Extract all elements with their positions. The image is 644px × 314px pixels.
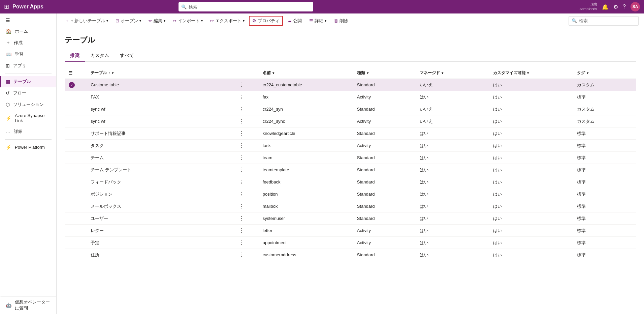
row-context-menu-1[interactable]: ⋮ [237, 94, 246, 100]
table-row[interactable]: 住所 ⋮ customeraddress Standard はい はい 標準 [65, 249, 636, 261]
row-context-menu-10[interactable]: ⋮ [237, 203, 246, 209]
row-context-menu-6[interactable]: ⋮ [237, 155, 246, 161]
sidebar-menu-toggle[interactable]: ☰ [0, 15, 56, 26]
sidebar-item-flows[interactable]: ↺ フロー [0, 87, 56, 99]
table-row[interactable]: レター ⋮ letter Activity はい はい 標準 [65, 225, 636, 237]
row-context-menu-9[interactable]: ⋮ [237, 191, 246, 197]
sidebar-item-azure-synapse[interactable]: ⚡ Azure Synapse Link [0, 110, 56, 126]
table-row[interactable]: 予定 ⋮ appointment Activity はい はい 標準 [65, 237, 636, 249]
table-row[interactable]: チーム テンプレート ⋮ teamtemplate Standard はい はい… [65, 164, 636, 176]
row-type-5: Activity [353, 140, 416, 152]
details-toolbar-button[interactable]: ☰ 詳細 ▾ [306, 16, 329, 26]
table-row[interactable]: メールボックス ⋮ mailbox Standard はい はい 標準 [65, 200, 636, 212]
tab-custom[interactable]: カスタム [85, 51, 115, 62]
th-type[interactable]: 種類 ▾ [353, 67, 416, 79]
th-checkbox[interactable]: ☰ [65, 67, 87, 79]
row-dots-5[interactable]: ⋮ [233, 140, 259, 152]
sidebar-item-learn[interactable]: 📖 学習 [0, 49, 56, 60]
tab-recommended[interactable]: 推奨 [65, 51, 85, 62]
row-check-7[interactable] [65, 164, 87, 176]
row-check-8[interactable] [65, 176, 87, 188]
properties-button[interactable]: ⚙ プロパティ [249, 16, 283, 26]
notification-icon[interactable]: 🔔 [602, 4, 609, 10]
sidebar-item-details[interactable]: … 詳細 [0, 126, 56, 137]
row-dots-12[interactable]: ⋮ [233, 225, 259, 237]
row-dots-3[interactable]: ⋮ [233, 115, 259, 127]
row-check-3[interactable] [65, 115, 87, 127]
topbar-search-input[interactable] [189, 4, 311, 9]
row-dots-10[interactable]: ⋮ [233, 200, 259, 212]
import-button[interactable]: ↦ インポート ▾ [170, 16, 206, 26]
row-context-menu-12[interactable]: ⋮ [237, 228, 246, 233]
row-dots-0[interactable]: ⋮ [233, 79, 259, 91]
row-check-2[interactable] [65, 103, 87, 115]
row-check-6[interactable] [65, 152, 87, 164]
sidebar-item-home[interactable]: 🏠 ホーム [0, 26, 56, 37]
row-check-13[interactable] [65, 237, 87, 249]
waffle-icon[interactable]: ⊞ [4, 3, 9, 10]
th-customizable[interactable]: カスタマイズ可能 ▾ [489, 67, 573, 79]
row-check-4[interactable] [65, 127, 87, 140]
row-check-1[interactable] [65, 91, 87, 103]
help-icon[interactable]: ? [623, 4, 626, 10]
row-context-menu-3[interactable]: ⋮ [237, 118, 246, 124]
row-dots-11[interactable]: ⋮ [233, 212, 259, 225]
th-table[interactable]: テーブル ↑ ▾ [87, 67, 233, 79]
row-dots-4[interactable]: ⋮ [233, 127, 259, 140]
details-toolbar-label: 詳細 [315, 18, 323, 24]
row-context-menu-0[interactable]: ⋮ [237, 82, 246, 88]
tab-all[interactable]: すべて [115, 51, 139, 62]
row-context-menu-13[interactable]: ⋮ [237, 240, 246, 246]
row-dots-8[interactable]: ⋮ [233, 176, 259, 188]
delete-button[interactable]: 🗑 削除 [331, 16, 351, 26]
row-check-11[interactable] [65, 212, 87, 225]
th-name[interactable]: 名前 ▾ [259, 67, 353, 79]
row-context-menu-11[interactable]: ⋮ [237, 216, 246, 221]
row-dots-14[interactable]: ⋮ [233, 249, 259, 261]
row-context-menu-4[interactable]: ⋮ [237, 131, 246, 136]
row-check-10[interactable] [65, 200, 87, 212]
table-row[interactable]: ✓ Custome table ⋮ cr224_custometable Sta… [65, 79, 636, 91]
sidebar-item-create[interactable]: ＋ 作成 [0, 37, 56, 49]
publish-button[interactable]: ☁ 公開 [284, 16, 305, 26]
row-context-menu-14[interactable]: ⋮ [237, 252, 246, 258]
sidebar-item-apps[interactable]: ⊞ アプリ [0, 60, 56, 72]
table-row[interactable]: チーム ⋮ team Standard はい はい 標準 [65, 152, 636, 164]
sidebar-item-ai-ask[interactable]: 🤖 仮想オペレーターに質問 [0, 296, 56, 314]
settings-icon[interactable]: ⚙ [613, 4, 618, 10]
avatar[interactable]: SA [631, 2, 640, 11]
export-button[interactable]: ↦ エクスポート ▾ [207, 16, 248, 26]
row-check-9[interactable] [65, 188, 87, 200]
row-dots-6[interactable]: ⋮ [233, 152, 259, 164]
open-button[interactable]: ⊡ オープン ▾ [112, 16, 144, 26]
table-row[interactable]: sync wf ⋮ cr224_syn Standard いいえ はい カスタム [65, 103, 636, 115]
table-row[interactable]: フィードバック ⋮ feedback Standard はい はい 標準 [65, 176, 636, 188]
table-row[interactable]: sync wf ⋮ cr224_sync Activity いいえ はい カスタ… [65, 115, 636, 127]
row-dots-13[interactable]: ⋮ [233, 237, 259, 249]
row-dots-7[interactable]: ⋮ [233, 164, 259, 176]
row-context-menu-5[interactable]: ⋮ [237, 143, 246, 148]
table-row[interactable]: サポート情報記事 ⋮ knowledgearticle Standard はい … [65, 127, 636, 140]
table-row[interactable]: FAX ⋮ fax Activity はい はい 標準 [65, 91, 636, 103]
row-dots-1[interactable]: ⋮ [233, 91, 259, 103]
edit-button[interactable]: ✏ 編集 ▾ [146, 16, 168, 26]
table-row[interactable]: ポジション ⋮ position Standard はい はい 標準 [65, 188, 636, 200]
table-row[interactable]: タスク ⋮ task Activity はい はい 標準 [65, 140, 636, 152]
row-check-14[interactable] [65, 249, 87, 261]
new-table-button[interactable]: ＋ + 新しいテーブル ▾ [62, 16, 111, 26]
row-dots-9[interactable]: ⋮ [233, 188, 259, 200]
row-context-menu-2[interactable]: ⋮ [237, 106, 246, 112]
table-row[interactable]: ユーザー ⋮ systemuser Standard はい はい 標準 [65, 212, 636, 225]
row-check-12[interactable] [65, 225, 87, 237]
row-dots-2[interactable]: ⋮ [233, 103, 259, 115]
row-context-menu-8[interactable]: ⋮ [237, 179, 246, 185]
row-context-menu-7[interactable]: ⋮ [237, 167, 246, 173]
sidebar-item-solutions[interactable]: ⬡ ソリューション [0, 99, 56, 110]
row-check-5[interactable] [65, 140, 87, 152]
sidebar-item-power-platform[interactable]: ⚡ Power Platform [0, 142, 56, 152]
th-tag[interactable]: タグ ▾ [573, 67, 636, 79]
th-managed[interactable]: マネージド ▾ [416, 67, 489, 79]
toolbar-search-input[interactable] [579, 18, 636, 23]
sidebar-item-tables[interactable]: ▦ テーブル [0, 76, 56, 87]
row-check-0[interactable]: ✓ [65, 79, 87, 91]
